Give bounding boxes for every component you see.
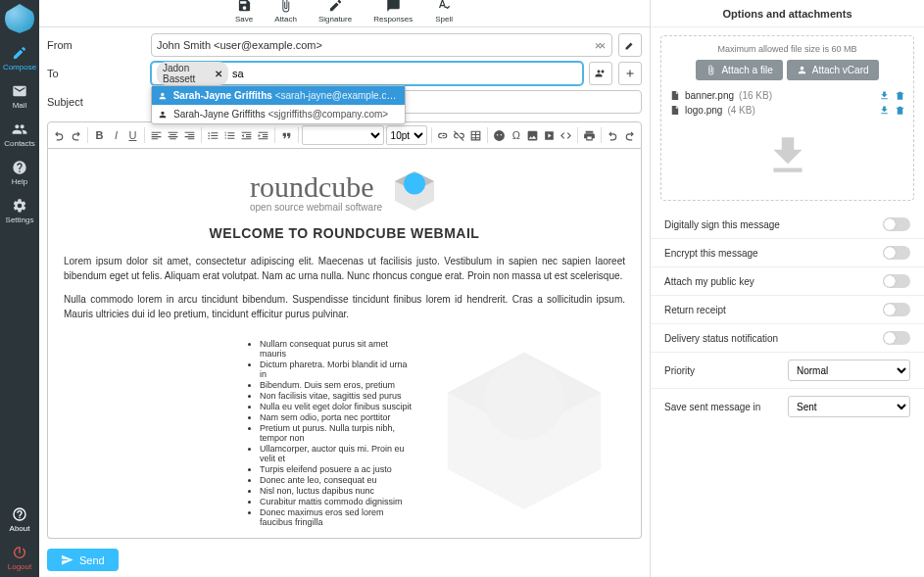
opt-receipt-toggle[interactable] <box>883 303 910 316</box>
editor-undo-button[interactable] <box>606 125 620 145</box>
cube-decoration-icon <box>433 331 615 527</box>
attachment-row: banner.png (16 KB) <box>669 88 905 103</box>
opt-encrypt-toggle[interactable] <box>883 246 910 260</box>
redo-button[interactable] <box>69 125 83 145</box>
emoji-icon <box>493 129 506 142</box>
chip-remove[interactable]: ✕ <box>215 69 222 79</box>
subject-label: Subject <box>47 96 145 108</box>
add-contact-button[interactable] <box>589 62 612 85</box>
sidebar-item-contacts[interactable]: Contacts <box>0 116 39 154</box>
sidebar-item-help[interactable]: Help <box>0 154 39 192</box>
opt-pubkey-toggle[interactable] <box>883 274 910 288</box>
list-item: Nulla eu velit eget dolor finibus suscip… <box>260 402 413 411</box>
list-number-icon <box>223 129 236 142</box>
media-button[interactable] <box>542 125 557 145</box>
attachment-size: (16 KB) <box>739 90 772 101</box>
spell-icon <box>437 0 452 13</box>
redo-icon <box>70 129 82 142</box>
suggestion-item[interactable]: Sarah-Jayne Griffiths <sjgriffiths@compa… <box>152 105 405 123</box>
list-bullet-button[interactable] <box>206 125 220 145</box>
image-button[interactable] <box>525 125 540 145</box>
sidebar-item-settings[interactable]: Settings <box>0 192 39 230</box>
print-icon <box>583 129 596 142</box>
mail-icon <box>12 83 27 99</box>
contact-icon <box>595 68 607 79</box>
to-text-input[interactable] <box>232 68 577 79</box>
attachment-download[interactable] <box>879 105 890 116</box>
to-label: To <box>47 68 145 79</box>
list-number-button[interactable] <box>222 125 237 145</box>
table-button[interactable] <box>468 125 483 145</box>
recipient-chip[interactable]: Jadon Bassett✕ <box>157 62 228 85</box>
underline-button[interactable]: U <box>125 125 140 145</box>
italic-button[interactable]: I <box>109 125 123 145</box>
file-icon <box>669 105 680 116</box>
responses-action[interactable]: Responses <box>373 0 413 24</box>
roundcube-logo-icon <box>390 167 439 216</box>
editor-redo-button[interactable] <box>622 125 637 145</box>
attach-file-button[interactable]: Attach a file <box>696 60 782 80</box>
unlink-button[interactable] <box>452 125 466 145</box>
brand-name: roundcube <box>250 170 382 204</box>
align-center-icon <box>167 129 179 142</box>
unlink-icon <box>453 129 465 142</box>
brand-sub: open source webmail software <box>250 202 382 213</box>
compose-icon <box>12 45 27 61</box>
opt-dsn-label: Delivery status notification <box>664 333 778 344</box>
signature-icon <box>328 0 343 13</box>
font-family-select[interactable] <box>302 125 383 145</box>
code-button[interactable] <box>559 125 573 145</box>
align-center-button[interactable] <box>166 125 180 145</box>
sidebar-item-about[interactable]: About <box>0 501 39 539</box>
edit-identities-button[interactable] <box>618 33 642 57</box>
link-button[interactable] <box>435 125 450 145</box>
blockquote-button[interactable] <box>279 125 294 145</box>
priority-select[interactable]: Normal <box>788 360 910 381</box>
align-right-button[interactable] <box>182 125 197 145</box>
content-paragraph: Nulla commodo lorem in arcu tincidunt bi… <box>64 293 625 321</box>
options-title: Options and attachments <box>651 0 924 27</box>
list-item: Dictum pharetra. Morbi blandit id urna i… <box>260 360 413 379</box>
sidebar-item-mail[interactable]: Mail <box>0 77 39 116</box>
align-left-button[interactable] <box>149 125 164 145</box>
sidebar-item-compose[interactable]: Compose <box>0 39 39 77</box>
list-item: Nullam consequat purus sit amet mauris <box>260 339 413 359</box>
emoji-button[interactable] <box>492 125 507 145</box>
special-char-button[interactable]: Ω <box>509 125 523 145</box>
indent-button[interactable] <box>256 125 270 145</box>
attachment-delete[interactable] <box>895 105 905 116</box>
attach-action[interactable]: Attach <box>274 0 297 24</box>
opt-dsn-toggle[interactable] <box>883 331 910 345</box>
link-icon <box>436 129 449 142</box>
from-select[interactable]: John Smith <user@example.com> <box>151 33 612 57</box>
suggestion-item[interactable]: Sarah-Jayne Griffiths <sarah-jayne@examp… <box>152 86 405 105</box>
question-icon <box>12 506 27 522</box>
signature-action[interactable]: Signature <box>318 0 352 24</box>
to-input[interactable]: Jadon Bassett✕ <box>151 62 583 85</box>
attach-vcard-button[interactable]: Attach vCard <box>787 60 879 80</box>
print-button[interactable] <box>582 125 597 145</box>
list-item: Nisl non, luctus dapibus nunc <box>260 486 413 496</box>
add-recipient-field-button[interactable] <box>618 62 642 85</box>
attachment-dropzone[interactable]: Maximum allowed file size is 60 MB Attac… <box>660 35 914 201</box>
sidebar-item-logout[interactable]: Logout <box>0 539 39 577</box>
send-button[interactable]: Send <box>47 549 119 571</box>
list-item: Bibendum. Duis sem eros, pretium <box>260 380 413 390</box>
from-label: From <box>47 39 145 51</box>
responses-icon <box>386 0 401 13</box>
attachment-delete[interactable] <box>895 90 905 101</box>
list-item: Non facilisis vitae, sagittis sed purus <box>260 391 413 401</box>
savein-select[interactable]: Sent <box>788 396 910 417</box>
bold-button[interactable]: B <box>92 125 107 145</box>
align-left-icon <box>150 129 163 142</box>
list-item: Donec maximus eros sed lorem faucibus fr… <box>260 507 413 527</box>
outdent-button[interactable] <box>239 125 254 145</box>
undo-button[interactable] <box>52 125 67 145</box>
editor-body[interactable]: roundcube open source webmail software W… <box>47 149 642 539</box>
spell-action[interactable]: Spell <box>435 0 453 24</box>
save-action[interactable]: Save <box>235 0 253 24</box>
font-size-select[interactable]: 10pt <box>386 125 427 145</box>
opt-sign-toggle[interactable] <box>883 217 910 231</box>
list-item: Nam sem odio, porta nec porttitor <box>260 412 413 422</box>
attachment-download[interactable] <box>879 90 890 101</box>
